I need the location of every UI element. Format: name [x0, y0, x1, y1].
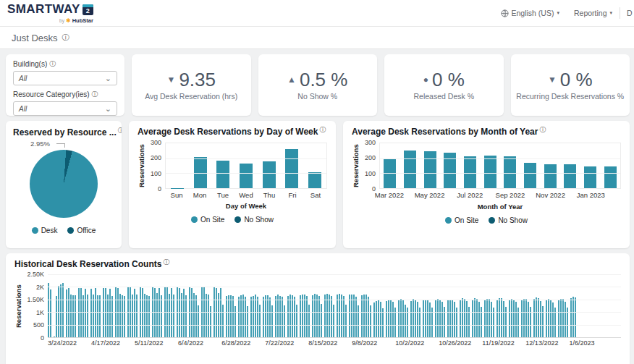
bar[interactable] — [75, 295, 76, 337]
bar[interactable] — [124, 296, 125, 337]
bar[interactable] — [509, 300, 510, 337]
bar[interactable] — [548, 299, 549, 337]
bar[interactable] — [501, 298, 502, 337]
bar[interactable] — [208, 295, 209, 337]
bar[interactable] — [424, 151, 436, 188]
bar[interactable] — [390, 300, 392, 337]
bar[interactable] — [392, 302, 394, 337]
bar[interactable] — [245, 297, 246, 337]
bar[interactable] — [511, 299, 512, 337]
bar[interactable] — [240, 164, 253, 189]
bar[interactable] — [355, 297, 357, 337]
bar[interactable] — [503, 301, 504, 337]
bar[interactable] — [523, 299, 525, 337]
bar[interactable] — [300, 295, 301, 337]
bar[interactable] — [271, 305, 273, 337]
info-icon[interactable]: ⓘ — [539, 126, 546, 133]
bar[interactable] — [267, 295, 269, 337]
pie-graphic[interactable] — [30, 150, 98, 218]
bar[interactable] — [513, 300, 515, 337]
bar[interactable] — [331, 296, 332, 337]
bar[interactable] — [370, 305, 371, 337]
bar[interactable] — [570, 298, 572, 337]
bar[interactable] — [206, 294, 207, 337]
bar[interactable] — [345, 305, 347, 337]
bar[interactable] — [238, 297, 240, 337]
bar[interactable] — [462, 298, 463, 337]
bar[interactable] — [263, 161, 276, 188]
bar[interactable] — [515, 302, 517, 337]
bar[interactable] — [584, 166, 596, 188]
legend-item-desk[interactable]: Desk — [32, 227, 58, 234]
bar[interactable] — [550, 300, 551, 337]
bar[interactable] — [538, 298, 539, 337]
info-icon[interactable]: ⓘ — [163, 258, 169, 266]
bar[interactable] — [361, 295, 363, 337]
bar[interactable] — [472, 300, 473, 337]
bar[interactable] — [544, 164, 557, 188]
bar[interactable] — [388, 300, 389, 337]
bar[interactable] — [263, 297, 264, 337]
bar[interactable] — [400, 299, 402, 337]
bar[interactable] — [562, 299, 564, 337]
bar[interactable] — [380, 302, 381, 337]
bar[interactable] — [284, 305, 285, 337]
bar[interactable] — [358, 305, 359, 337]
bar[interactable] — [194, 157, 207, 188]
bar[interactable] — [250, 297, 252, 337]
bar[interactable] — [122, 295, 123, 337]
bar[interactable] — [253, 296, 254, 337]
bar[interactable] — [365, 295, 367, 337]
bar[interactable] — [265, 295, 266, 337]
bar[interactable] — [222, 305, 224, 337]
bar[interactable] — [146, 295, 148, 337]
bar[interactable] — [329, 295, 330, 338]
bar[interactable] — [435, 300, 436, 338]
bar[interactable] — [454, 302, 455, 337]
bar[interactable] — [560, 299, 562, 337]
bar[interactable] — [308, 305, 310, 337]
bar[interactable] — [423, 300, 424, 337]
bar[interactable] — [111, 296, 113, 337]
bar[interactable] — [282, 297, 283, 337]
bar[interactable] — [363, 295, 365, 337]
bar[interactable] — [66, 289, 67, 337]
bar[interactable] — [216, 161, 229, 188]
bar[interactable] — [353, 295, 355, 337]
bar[interactable] — [247, 306, 248, 337]
bar[interactable] — [185, 295, 187, 337]
bar[interactable] — [528, 302, 529, 337]
bar[interactable] — [484, 156, 496, 188]
bar[interactable] — [378, 300, 379, 338]
bar[interactable] — [275, 296, 276, 337]
bar[interactable] — [161, 295, 162, 337]
info-icon[interactable]: ⓘ — [62, 33, 69, 43]
bar[interactable] — [439, 300, 441, 337]
bar[interactable] — [542, 306, 544, 337]
bar[interactable] — [491, 302, 492, 337]
bar[interactable] — [72, 295, 74, 337]
bar[interactable] — [533, 299, 535, 337]
bar[interactable] — [505, 307, 507, 337]
bar[interactable] — [466, 301, 468, 337]
bar[interactable] — [429, 302, 431, 337]
bar[interactable] — [337, 295, 338, 337]
bar[interactable] — [132, 295, 133, 337]
bar[interactable] — [368, 297, 369, 337]
bar[interactable] — [405, 305, 406, 337]
bar[interactable] — [242, 295, 244, 337]
bar[interactable] — [565, 302, 566, 337]
bar[interactable] — [294, 297, 295, 337]
bar[interactable] — [540, 301, 541, 337]
bar[interactable] — [304, 295, 305, 337]
bar[interactable] — [90, 289, 92, 338]
bar[interactable] — [441, 302, 443, 337]
bar[interactable] — [546, 300, 547, 337]
info-icon[interactable]: ⓘ — [49, 59, 56, 69]
bar[interactable] — [318, 296, 320, 337]
bar[interactable] — [449, 300, 451, 337]
bar[interactable] — [240, 295, 242, 337]
bar[interactable] — [486, 299, 488, 337]
bar[interactable] — [460, 300, 461, 337]
bar[interactable] — [324, 295, 326, 337]
